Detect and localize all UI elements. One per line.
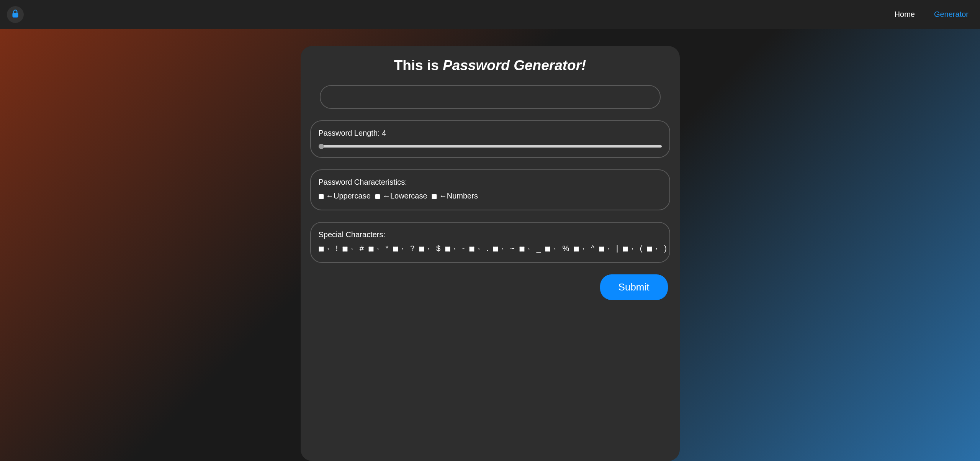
characteristics-label: Password Characteristics: xyxy=(319,178,662,187)
special-checkbox[interactable] xyxy=(342,246,348,252)
specials-label: Special Characters: xyxy=(319,230,662,239)
special-label: ← ~ xyxy=(498,244,517,253)
length-label: Password Length: 4 xyxy=(319,129,662,138)
special-option: ← - xyxy=(445,244,467,253)
title-prefix: This is xyxy=(394,57,443,73)
special-option: ← . xyxy=(469,244,491,253)
characteristic-label: ←Lowercase xyxy=(380,192,429,200)
characteristic-checkbox-uppercase[interactable] xyxy=(319,194,324,199)
special-option: ← ~ xyxy=(493,244,517,253)
nav-links: Home Generator xyxy=(895,10,969,19)
special-checkbox[interactable] xyxy=(493,246,498,252)
special-option: ← ^ xyxy=(574,244,597,253)
special-option: ← ( xyxy=(623,244,645,253)
special-option: ← ) xyxy=(647,244,667,253)
special-label: ← _ xyxy=(525,244,543,253)
characteristics-section: Password Characteristics: ←Uppercase ←Lo… xyxy=(310,169,670,210)
nav-generator[interactable]: Generator xyxy=(934,10,969,19)
length-label-prefix: Password Length: xyxy=(319,129,382,137)
special-checkbox[interactable] xyxy=(599,246,604,252)
lock-icon xyxy=(10,9,20,20)
page-title: This is Password Generator! xyxy=(310,57,670,74)
special-label: ← ) xyxy=(652,244,667,253)
submit-row: Submit xyxy=(310,274,670,300)
title-emphasis: Password Generator! xyxy=(443,57,586,73)
special-label: ← - xyxy=(450,244,467,253)
generator-card: This is Password Generator! Password Len… xyxy=(301,46,680,461)
special-checkbox[interactable] xyxy=(469,246,474,252)
special-option: ← $ xyxy=(419,244,443,253)
special-checkbox[interactable] xyxy=(647,246,652,252)
special-label: ← . xyxy=(474,244,491,253)
special-label: ← | xyxy=(604,244,620,253)
characteristic-label: ←Numbers xyxy=(437,192,478,200)
svg-rect-1 xyxy=(13,17,18,18)
svg-rect-0 xyxy=(12,13,18,17)
submit-button[interactable]: Submit xyxy=(600,274,668,300)
special-label: ← ( xyxy=(628,244,645,253)
page-background: This is Password Generator! Password Len… xyxy=(0,29,980,461)
logo[interactable] xyxy=(7,6,24,23)
characteristic-label: ←Uppercase xyxy=(324,192,373,200)
characteristic-option: ←Numbers xyxy=(432,192,478,200)
special-option: ← # xyxy=(342,244,366,253)
special-option: ← % xyxy=(545,244,571,253)
special-label: ← # xyxy=(348,244,366,253)
special-checkbox[interactable] xyxy=(623,246,628,252)
special-option: ← ? xyxy=(393,244,417,253)
special-checkbox[interactable] xyxy=(419,246,424,252)
specials-options: ← ! ← # ← * ← ? ← $ ← - ← . ← ~ ← _ ← % … xyxy=(319,242,662,254)
characteristic-checkbox-lowercase[interactable] xyxy=(375,194,380,199)
special-checkbox[interactable] xyxy=(393,246,398,252)
characteristic-option: ←Uppercase xyxy=(319,192,373,200)
special-checkbox[interactable] xyxy=(519,246,525,252)
length-section: Password Length: 4 xyxy=(310,120,670,158)
special-option: ← ! xyxy=(319,244,340,253)
characteristic-option: ←Lowercase xyxy=(375,192,429,200)
nav-home[interactable]: Home xyxy=(895,10,915,19)
characteristic-checkbox-numbers[interactable] xyxy=(432,194,437,199)
length-slider[interactable] xyxy=(319,145,662,148)
special-option: ← * xyxy=(368,244,391,253)
special-option: ← | xyxy=(599,244,620,253)
special-label: ← % xyxy=(550,244,571,253)
password-output xyxy=(320,85,661,109)
special-label: ← $ xyxy=(424,244,443,253)
special-checkbox[interactable] xyxy=(545,246,550,252)
special-label: ← ? xyxy=(398,244,417,253)
navbar: Home Generator xyxy=(0,0,980,29)
characteristics-options: ←Uppercase ←Lowercase ←Numbers xyxy=(319,190,662,202)
special-checkbox[interactable] xyxy=(368,246,374,252)
special-label: ← ! xyxy=(324,244,340,253)
length-value: 4 xyxy=(382,129,386,137)
special-option: ← _ xyxy=(519,244,543,253)
special-checkbox[interactable] xyxy=(574,246,579,252)
special-label: ← * xyxy=(374,244,391,253)
special-label: ← ^ xyxy=(579,244,597,253)
special-checkbox[interactable] xyxy=(319,246,324,252)
specials-section: Special Characters: ← ! ← # ← * ← ? ← $ … xyxy=(310,222,670,263)
special-checkbox[interactable] xyxy=(445,246,450,252)
